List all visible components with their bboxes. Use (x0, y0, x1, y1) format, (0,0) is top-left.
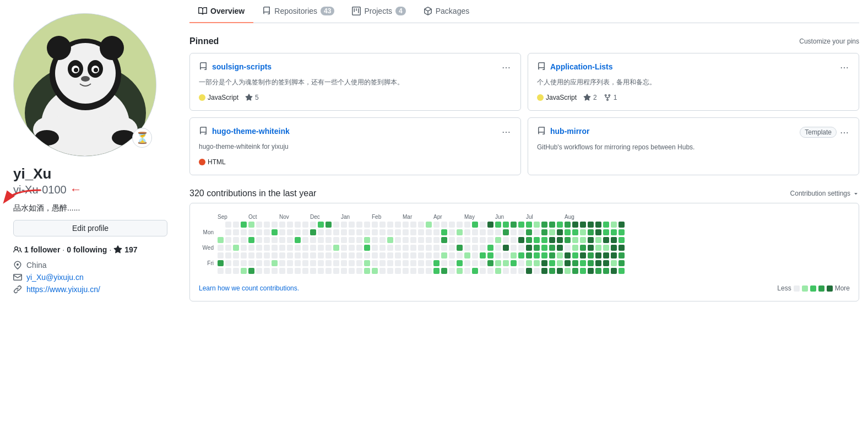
contrib-cell[interactable] (588, 237, 594, 243)
contrib-cell[interactable] (464, 252, 470, 258)
contrib-cell[interactable] (565, 268, 571, 274)
contrib-cell[interactable] (225, 268, 231, 274)
contrib-cell[interactable] (279, 222, 285, 228)
contrib-cell[interactable] (588, 268, 594, 274)
contrib-cell[interactable] (341, 237, 347, 243)
contrib-cell[interactable] (418, 237, 424, 243)
contrib-cell[interactable] (341, 245, 347, 251)
contrib-cell[interactable] (379, 222, 386, 228)
contrib-cell[interactable] (580, 260, 586, 266)
contrib-cell[interactable] (287, 260, 293, 266)
contrib-cell[interactable] (426, 268, 432, 274)
contrib-cell[interactable] (449, 252, 455, 258)
repo-menu-button[interactable]: ⋯ (840, 62, 850, 73)
contrib-cell[interactable] (495, 252, 501, 258)
contrib-cell[interactable] (287, 252, 293, 258)
contrib-cell[interactable] (372, 268, 378, 274)
contrib-cell[interactable] (395, 260, 401, 266)
contrib-cell[interactable] (518, 229, 524, 235)
contrib-cell[interactable] (372, 237, 378, 243)
contrib-cell[interactable] (464, 260, 470, 266)
contrib-cell[interactable] (341, 268, 347, 274)
contrib-cell[interactable] (372, 260, 378, 266)
contrib-cell[interactable] (503, 260, 509, 266)
contrib-cell[interactable] (372, 229, 378, 235)
contrib-cell[interactable] (225, 260, 231, 266)
contrib-cell[interactable] (310, 229, 316, 235)
contrib-cell[interactable] (256, 245, 262, 251)
contrib-cell[interactable] (410, 252, 416, 258)
contrib-cell[interactable] (549, 268, 555, 274)
contrib-cell[interactable] (364, 260, 370, 266)
contrib-cell[interactable] (333, 222, 339, 228)
contrib-cell[interactable] (225, 237, 231, 243)
contrib-cell[interactable] (248, 268, 254, 274)
contrib-cell[interactable] (349, 268, 355, 274)
contrib-cell[interactable] (480, 260, 486, 266)
contrib-cell[interactable] (619, 237, 625, 243)
contrib-cell[interactable] (572, 245, 578, 251)
contrib-cell[interactable] (349, 222, 355, 228)
tab-overview[interactable]: Overview (189, 0, 253, 23)
contrib-cell[interactable] (480, 229, 486, 235)
followers-link[interactable]: 1 follower (24, 245, 60, 254)
contrib-cell[interactable] (603, 268, 609, 274)
contrib-cell[interactable] (572, 237, 578, 243)
contrib-cell[interactable] (457, 229, 463, 235)
contrib-cell[interactable] (387, 229, 393, 235)
contrib-cell[interactable] (356, 252, 362, 258)
contrib-cell[interactable] (241, 252, 247, 258)
contrib-cell[interactable] (272, 245, 278, 251)
contrib-cell[interactable] (619, 268, 625, 274)
contrib-cell[interactable] (395, 245, 401, 251)
contribution-settings-button[interactable]: Contribution settings (790, 190, 859, 197)
contrib-cell[interactable] (619, 222, 625, 228)
contrib-cell[interactable] (472, 237, 478, 243)
repo-name-link[interactable]: soulsign-scripts (212, 62, 272, 71)
contrib-cell[interactable] (572, 252, 578, 258)
contrib-cell[interactable] (472, 222, 478, 228)
contrib-cell[interactable] (511, 245, 517, 251)
contrib-cell[interactable] (526, 245, 532, 251)
contrib-cell[interactable] (318, 252, 324, 258)
contrib-cell[interactable] (233, 222, 239, 228)
contrib-cell[interactable] (279, 252, 285, 258)
contrib-cell[interactable] (572, 229, 578, 235)
contrib-cell[interactable] (511, 222, 517, 228)
contrib-cell[interactable] (233, 237, 239, 243)
contrib-cell[interactable] (541, 252, 547, 258)
contrib-cell[interactable] (595, 229, 601, 235)
contrib-cell[interactable] (218, 260, 224, 266)
contrib-cell[interactable] (279, 237, 285, 243)
contrib-cell[interactable] (418, 222, 424, 228)
contrib-cell[interactable] (534, 252, 540, 258)
contrib-cell[interactable] (310, 237, 316, 243)
contrib-cell[interactable] (326, 260, 332, 266)
contrib-cell[interactable] (595, 268, 601, 274)
contrib-cell[interactable] (557, 245, 563, 251)
contrib-cell[interactable] (457, 222, 463, 228)
contrib-cell[interactable] (449, 237, 455, 243)
contrib-cell[interactable] (326, 268, 332, 274)
contrib-cell[interactable] (395, 252, 401, 258)
contrib-cell[interactable] (464, 245, 470, 251)
contrib-cell[interactable] (364, 268, 370, 274)
contrib-cell[interactable] (565, 245, 571, 251)
contrib-cell[interactable] (318, 245, 324, 251)
contrib-cell[interactable] (333, 245, 339, 251)
contrib-cell[interactable] (472, 268, 478, 274)
contrib-cell[interactable] (495, 245, 501, 251)
contrib-cell[interactable] (387, 245, 393, 251)
contrib-cell[interactable] (264, 268, 270, 274)
contrib-cell[interactable] (218, 222, 224, 228)
contrib-cell[interactable] (549, 252, 555, 258)
contrib-cell[interactable] (526, 268, 532, 274)
contrib-cell[interactable] (341, 229, 347, 235)
contrib-cell[interactable] (295, 252, 301, 258)
contrib-cell[interactable] (557, 222, 563, 228)
repo-name-link[interactable]: Application-Lists (550, 62, 613, 71)
contrib-cell[interactable] (218, 245, 224, 251)
contrib-cell[interactable] (379, 245, 386, 251)
contrib-cell[interactable] (503, 268, 509, 274)
contrib-cell[interactable] (433, 245, 440, 251)
